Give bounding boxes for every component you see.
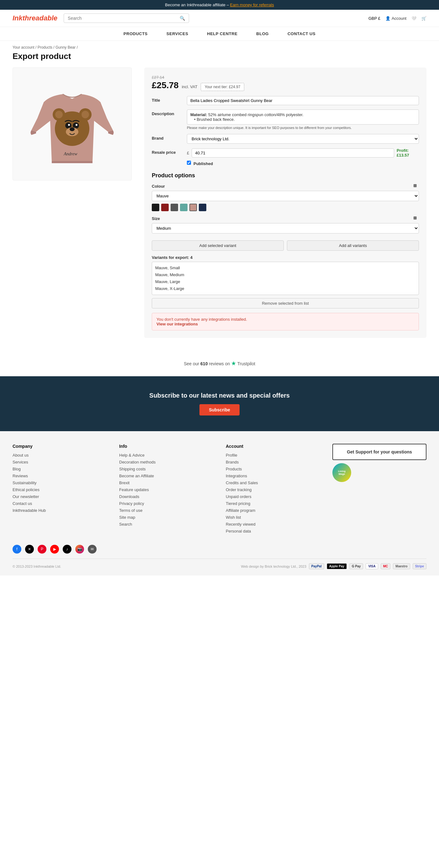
size-select[interactable]: Small Medium Large X-Large bbox=[152, 223, 419, 234]
footer-link-affiliate-program[interactable]: Affiliate program bbox=[226, 508, 255, 513]
colour-grid-icon[interactable]: ⊞ bbox=[413, 183, 419, 189]
search-icon[interactable]: 🔍 bbox=[180, 16, 185, 21]
footer-link-tiered[interactable]: Tiered pricing bbox=[226, 501, 250, 506]
footer-link-wishlist[interactable]: Wish list bbox=[226, 515, 241, 520]
account-button[interactable]: 👤 Account bbox=[385, 16, 406, 21]
wishlist-button[interactable]: 🤍 bbox=[411, 16, 416, 21]
remove-selected-button[interactable]: Remove selected from list bbox=[152, 298, 419, 308]
footer-link-sustainability[interactable]: Sustainability bbox=[12, 480, 37, 485]
title-field-area bbox=[187, 96, 419, 105]
swatch-black[interactable] bbox=[152, 204, 159, 211]
resale-price-input[interactable] bbox=[192, 149, 394, 158]
social-pinterest-icon[interactable]: P bbox=[38, 545, 46, 554]
subscribe-button[interactable]: Subscribe bbox=[199, 404, 240, 415]
trustpilot-link[interactable]: Trustpilot bbox=[237, 361, 255, 366]
social-youtube-icon[interactable]: ▶ bbox=[50, 545, 59, 554]
nav-services[interactable]: SERVICES bbox=[167, 31, 189, 36]
footer-link-contact[interactable]: Contact us bbox=[12, 501, 32, 506]
footer-link-help[interactable]: Help & Advice bbox=[119, 453, 144, 458]
swatch-dark-grey[interactable] bbox=[171, 204, 178, 211]
social-facebook-icon[interactable]: f bbox=[12, 545, 21, 554]
footer-link-profile[interactable]: Profile bbox=[226, 453, 237, 458]
footer-account-col: Account Profile Brands Products Integrat… bbox=[226, 444, 320, 535]
footer-info-links: Help & Advice Decoration methods Shippin… bbox=[119, 453, 213, 527]
next-tier-button[interactable]: Your next tier: £24.97 bbox=[201, 83, 245, 91]
description-box[interactable]: Material: 52% airlume combed ringspun co… bbox=[187, 110, 419, 125]
nav-blog[interactable]: BLOG bbox=[256, 31, 269, 36]
banner-link[interactable]: Earn money for referrals bbox=[230, 2, 274, 7]
nav-contact-us[interactable]: CONTACT US bbox=[288, 31, 315, 36]
size-option-header: Size ⊞ bbox=[152, 216, 419, 221]
footer-link-feature-updates[interactable]: Feature updates bbox=[119, 487, 149, 492]
currency-selector[interactable]: GBP £ bbox=[368, 16, 380, 21]
footer-link-decoration[interactable]: Decoration methods bbox=[119, 460, 156, 464]
footer-link-about[interactable]: About us bbox=[12, 453, 29, 458]
swatch-mauve[interactable] bbox=[190, 204, 197, 211]
footer-link-privacy[interactable]: Privacy policy bbox=[119, 501, 144, 506]
published-checkbox[interactable] bbox=[187, 161, 191, 165]
svg-point-3 bbox=[55, 111, 63, 118]
footer-link-sitemap[interactable]: Site map bbox=[119, 515, 135, 520]
footer-link-personal-data[interactable]: Personal data bbox=[226, 529, 251, 533]
swatch-teal[interactable] bbox=[180, 204, 188, 211]
colour-select[interactable]: Mauve Black Dark Red Dark Grey Teal Navy bbox=[152, 191, 419, 201]
swatch-navy[interactable] bbox=[199, 204, 206, 211]
social-twitter-icon[interactable]: ✕ bbox=[25, 545, 34, 554]
brand-select[interactable]: Brick technology Ltd. bbox=[187, 134, 419, 144]
footer-link-integrations[interactable]: Integrations bbox=[226, 473, 247, 478]
description-label: Description bbox=[152, 110, 183, 116]
colour-option-header: Colour ⊞ bbox=[152, 183, 419, 189]
top-banner: Become an Inkthreadable affiliate – Earn… bbox=[0, 0, 439, 10]
search-input[interactable] bbox=[68, 16, 180, 21]
footer-link-shipping[interactable]: Shipping costs bbox=[119, 467, 146, 471]
footer-bottom: © 2013-2023 Inkthreadable Ltd. Web desig… bbox=[12, 559, 427, 569]
footer-link-reviews[interactable]: Reviews bbox=[12, 473, 28, 478]
footer-link-search[interactable]: Search bbox=[119, 522, 132, 527]
breadcrumb-products[interactable]: Products bbox=[38, 45, 53, 50]
footer-link-services[interactable]: Services bbox=[12, 460, 28, 464]
breadcrumb-product-name[interactable]: Gunny Bear bbox=[56, 45, 75, 50]
footer-link-affiliate[interactable]: Become an Affiliate bbox=[119, 473, 154, 478]
nav-help-centre[interactable]: HELP CENTRE bbox=[207, 31, 237, 36]
variant-item[interactable]: Mauve, Large bbox=[155, 278, 415, 285]
title-input[interactable] bbox=[187, 96, 419, 105]
footer-link-downloads[interactable]: Downloads bbox=[119, 494, 139, 499]
social-tiktok-icon[interactable]: ♪ bbox=[63, 545, 71, 554]
search-bar[interactable]: 🔍 bbox=[64, 13, 189, 23]
cart-button[interactable]: 🛒 bbox=[421, 16, 427, 21]
swatch-dark-red[interactable] bbox=[161, 204, 169, 211]
footer-link-newsletter[interactable]: Our newsletter bbox=[12, 494, 39, 499]
size-grid-icon[interactable]: ⊞ bbox=[413, 216, 419, 221]
social-instagram-icon[interactable]: 📷 bbox=[75, 545, 84, 554]
footer-account-title: Account bbox=[226, 444, 320, 449]
view-integrations-link[interactable]: View our integrations bbox=[157, 322, 198, 327]
breadcrumb-account[interactable]: Your account bbox=[12, 45, 34, 50]
variant-item[interactable]: Mauve, Small bbox=[155, 265, 415, 272]
footer-link-ethical[interactable]: Ethical policies bbox=[12, 487, 39, 492]
support-button[interactable]: Get Support for your questions bbox=[332, 444, 427, 460]
footer-link-terms[interactable]: Terms of use bbox=[119, 508, 142, 513]
main-nav: PRODUCTS SERVICES HELP CENTRE BLOG CONTA… bbox=[0, 27, 439, 41]
add-all-variants-button[interactable]: Add all variants bbox=[287, 240, 419, 251]
footer-link-hub[interactable]: Inkthreadable Hub bbox=[12, 508, 46, 513]
footer-link-brands[interactable]: Brands bbox=[226, 460, 239, 464]
add-selected-variant-button[interactable]: Add selected variant bbox=[152, 240, 284, 251]
footer-link-brexit[interactable]: Brexit bbox=[119, 480, 130, 485]
variant-item[interactable]: Mauve, Medium bbox=[155, 272, 415, 278]
variants-list-box[interactable]: Mauve, Small Mauve, Medium Mauve, Large … bbox=[152, 262, 419, 295]
footer-link-products[interactable]: Products bbox=[226, 467, 242, 471]
footer-link-credits[interactable]: Credits and Sales bbox=[226, 480, 258, 485]
footer-link-blog[interactable]: Blog bbox=[12, 467, 21, 471]
nav-products[interactable]: PRODUCTS bbox=[124, 31, 148, 36]
social-email-icon[interactable]: ✉ bbox=[88, 545, 97, 554]
integration-warning-text: You don't currently have any integration… bbox=[157, 317, 414, 322]
footer-link-unpaid[interactable]: Unpaid orders bbox=[226, 494, 251, 499]
resale-input-row: £ Profit: £13.57 bbox=[187, 148, 419, 158]
footer: Company About us Services Blog Reviews S… bbox=[0, 431, 439, 576]
footer-link-order-tracking[interactable]: Order tracking bbox=[226, 487, 251, 492]
logo[interactable]: Inkthreadable bbox=[12, 14, 57, 22]
variant-item[interactable]: Mauve, X-Large bbox=[155, 285, 415, 292]
payment-maestro-icon: Maestro bbox=[393, 563, 410, 569]
footer-link-recently-viewed[interactable]: Recently viewed bbox=[226, 522, 256, 527]
payment-gpay-icon: G Pay bbox=[349, 563, 363, 569]
